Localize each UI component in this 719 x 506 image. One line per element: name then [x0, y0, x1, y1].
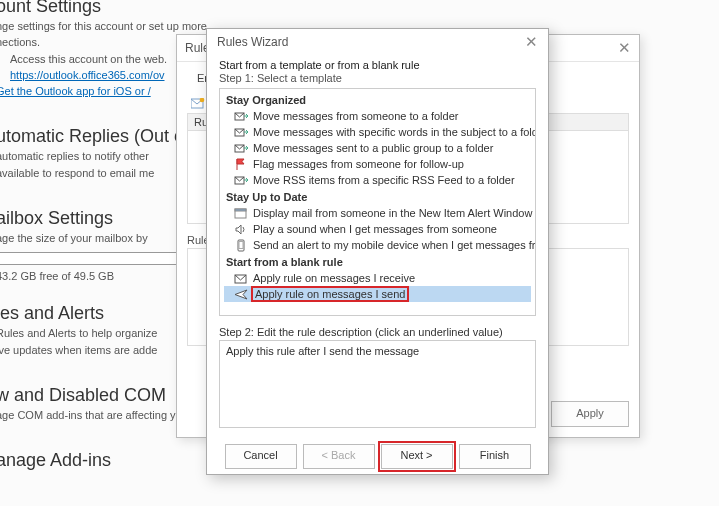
rss-icon — [234, 174, 249, 187]
apply-button[interactable]: Apply — [551, 401, 629, 427]
svg-rect-7 — [235, 209, 246, 211]
group-stay-organized: Stay Organized — [226, 94, 531, 106]
rule-description-text: Apply this rule after I send the message — [226, 345, 419, 357]
template-option[interactable]: Move RSS items from a specific RSS Feed … — [224, 172, 531, 188]
template-option[interactable]: Flag messages from someone for follow-up — [224, 156, 531, 172]
template-label: Display mail from someone in the New Ite… — [253, 207, 532, 219]
template-label: Flag messages from someone for follow-up — [253, 158, 464, 170]
svg-rect-9 — [239, 241, 243, 248]
template-option-send[interactable]: Apply rule on messages I send — [224, 286, 531, 302]
template-option[interactable]: Move messages from someone to a folder — [224, 108, 531, 124]
group-stay-up-to-date: Stay Up to Date — [226, 191, 531, 203]
template-option[interactable]: Send an alert to my mobile device when I… — [224, 237, 531, 253]
rules-wizard-dialog: Rules Wizard ✕ Start from a template or … — [206, 28, 549, 475]
template-label: Move RSS items from a specific RSS Feed … — [253, 174, 515, 186]
template-label: Send an alert to my mobile device when I… — [253, 239, 536, 251]
flag-icon — [234, 158, 249, 171]
send-icon — [234, 288, 249, 301]
template-option-receive[interactable]: Apply rule on messages I receive — [224, 270, 531, 286]
move-folder-icon — [234, 126, 249, 139]
step1-label: Step 1: Select a template — [219, 72, 536, 84]
template-option[interactable]: Move messages with specific words in the… — [224, 124, 531, 140]
mobile-alert-icon — [234, 239, 249, 252]
group-blank-rule: Start from a blank rule — [226, 256, 531, 268]
mailbox-quota-bar — [0, 252, 188, 265]
template-label: Move messages sent to a public group to … — [253, 142, 493, 154]
wizard-top-label: Start from a template or from a blank ru… — [219, 59, 536, 71]
template-option[interactable]: Move messages sent to a public group to … — [224, 140, 531, 156]
finish-button[interactable]: Finish — [459, 444, 531, 469]
outlook-app-link[interactable]: Get the Outlook app for iOS or / — [0, 85, 151, 97]
template-label: Move messages with specific words in the… — [253, 126, 536, 138]
template-label: Play a sound when I get messages from so… — [253, 223, 497, 235]
dialog-title: Rules Wizard — [217, 29, 288, 55]
envelope-icon — [234, 272, 249, 285]
account-settings-heading: ount Settings — [0, 0, 719, 17]
template-option[interactable]: Display mail from someone in the New Ite… — [224, 205, 531, 221]
template-label: Move messages from someone to a folder — [253, 110, 458, 122]
new-rule-icon — [191, 98, 205, 109]
move-folder-icon — [234, 110, 249, 123]
template-option[interactable]: Play a sound when I get messages from so… — [224, 221, 531, 237]
close-icon[interactable]: ✕ — [618, 35, 631, 61]
highlight-box: Apply rule on messages I send — [251, 286, 409, 302]
alert-window-icon — [234, 207, 249, 220]
move-folder-icon — [234, 142, 249, 155]
template-label: Apply rule on messages I receive — [253, 272, 415, 284]
rule-description-box[interactable]: Apply this rule after I send the message — [219, 340, 536, 428]
dialog-titlebar: Rules Wizard ✕ — [207, 29, 548, 55]
cancel-button[interactable]: Cancel — [225, 444, 297, 469]
template-list[interactable]: Stay Organized Move messages from someon… — [219, 88, 536, 316]
close-icon[interactable]: ✕ — [525, 29, 538, 55]
back-button[interactable]: < Back — [303, 444, 375, 469]
wizard-button-row: Cancel < Back Next > Finish — [219, 444, 536, 469]
step2-label: Step 2: Edit the rule description (click… — [219, 326, 536, 338]
owa-link[interactable]: https://outlook.office365.com/ov — [10, 69, 165, 81]
template-label: Apply rule on messages I send — [255, 288, 405, 300]
sound-icon — [234, 223, 249, 236]
next-button[interactable]: Next > — [381, 444, 453, 469]
